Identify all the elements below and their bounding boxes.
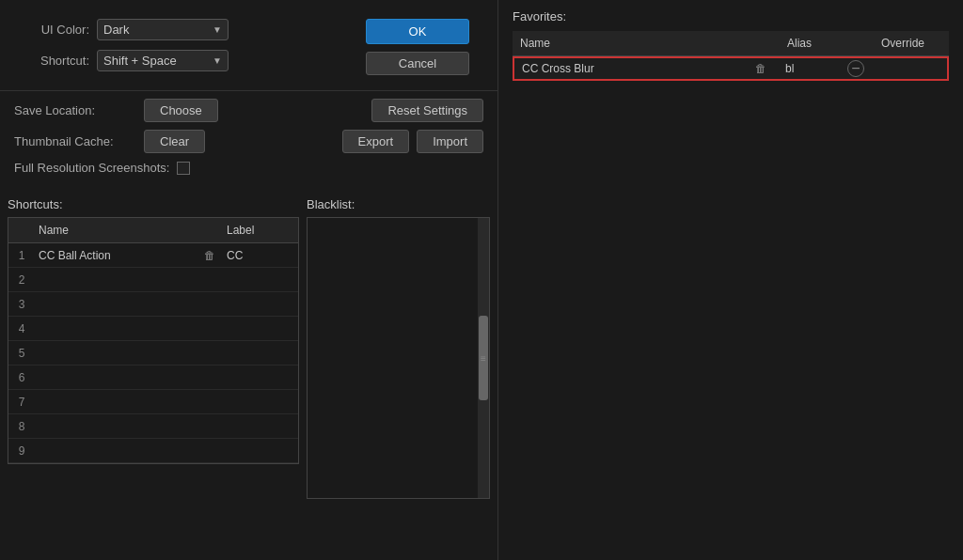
shortcuts-title: Shortcuts: <box>8 194 299 217</box>
row-name-8 <box>35 449 223 453</box>
row-name-2 <box>35 303 223 306</box>
row-label-3 <box>223 327 298 331</box>
shortcuts-panel: Shortcuts: Name Label 1 CC Ball Action 🗑… <box>8 194 299 552</box>
shortcuts-table-row[interactable]: 8 <box>8 414 298 439</box>
row-name-4 <box>35 351 223 355</box>
blacklist-scrollbar[interactable]: ≡ <box>478 218 489 498</box>
row-num-7: 8 <box>8 418 35 435</box>
row-label-2 <box>223 303 298 306</box>
left-panel: UI Color: Dark ▼ Shortcut: Shift + Space… <box>0 0 498 560</box>
minus-icon-0[interactable]: − <box>847 60 864 77</box>
shortcuts-table-row[interactable]: 6 <box>8 366 298 390</box>
fav-alias-col-header: Alias <box>780 35 874 52</box>
fav-delete-icon-0[interactable]: 🗑 <box>755 62 766 75</box>
row-label-8 <box>223 449 298 453</box>
full-resolution-checkbox[interactable] <box>177 162 190 175</box>
row-num-4: 5 <box>8 345 35 362</box>
row-num-8: 9 <box>8 443 35 459</box>
shortcuts-table-row[interactable]: 9 <box>8 439 298 463</box>
row-name-7 <box>35 425 223 428</box>
thumbnail-cache-row: Thumbnail Cache: Clear Export Import <box>14 130 483 153</box>
row-name-0: CC Ball Action 🗑 <box>35 247 223 264</box>
row-label-4 <box>223 351 298 355</box>
row-name-1 <box>35 278 223 282</box>
cancel-button[interactable]: Cancel <box>366 52 469 75</box>
shortcut-value: Shift + Space <box>103 54 177 68</box>
row-num-6: 7 <box>8 394 35 411</box>
shortcuts-table-row[interactable]: 4 <box>8 317 298 341</box>
row-label-7 <box>223 425 298 428</box>
scrollbar-thumb: ≡ <box>479 316 488 399</box>
full-resolution-row: Full Resolution Screenshots: <box>14 161 483 175</box>
shortcut-dropdown[interactable]: Shift + Space ▼ <box>97 50 229 71</box>
shortcuts-table-row[interactable]: 3 <box>8 292 298 317</box>
blacklist-title: Blacklist: <box>307 194 490 217</box>
fav-row-name-0: CC Cross Blur 🗑 <box>514 60 778 77</box>
row-label-6 <box>223 400 298 404</box>
settings-lower: Save Location: Choose Reset Settings Thu… <box>0 91 497 190</box>
reset-settings-button[interactable]: Reset Settings <box>371 99 483 122</box>
clear-button[interactable]: Clear <box>144 130 205 153</box>
main-container: UI Color: Dark ▼ Shortcut: Shift + Space… <box>0 0 963 560</box>
label-col-header: Label <box>223 222 298 239</box>
scrollbar-grip-icon: ≡ <box>481 352 486 363</box>
favorites-title: Favorites: <box>513 9 949 23</box>
save-location-row: Save Location: Choose Reset Settings <box>14 99 483 122</box>
fav-row-alias-0: bl − <box>778 58 872 79</box>
shortcut-row: Shortcut: Shift + Space ▼ <box>14 50 333 71</box>
blacklist-panel: Blacklist: ≡ <box>307 194 490 552</box>
row-name-3 <box>35 327 223 331</box>
shortcuts-table-row[interactable]: 1 CC Ball Action 🗑 CC <box>8 243 298 268</box>
row-name-5 <box>35 376 223 380</box>
ui-color-label: UI Color: <box>14 23 89 37</box>
save-location-label: Save Location: <box>14 103 136 117</box>
choose-button[interactable]: Choose <box>144 99 218 122</box>
row-num-2: 3 <box>8 296 35 313</box>
import-button[interactable]: Import <box>417 130 483 153</box>
ui-color-value: Dark <box>103 23 129 37</box>
thumbnail-cache-label: Thumbnail Cache: <box>14 134 136 148</box>
export-import-row: Export Import <box>342 130 483 153</box>
row-label-0: CC <box>223 247 298 264</box>
favorites-table-row[interactable]: CC Cross Blur 🗑 bl − <box>513 56 949 81</box>
settings-area: UI Color: Dark ▼ Shortcut: Shift + Space… <box>0 9 497 91</box>
fav-row-override-0 <box>872 67 947 70</box>
settings-right: OK Cancel <box>352 19 483 81</box>
favorites-header: Name Alias Override <box>513 31 949 56</box>
blacklist-table: ≡ <box>307 217 490 499</box>
settings-left: UI Color: Dark ▼ Shortcut: Shift + Space… <box>14 19 333 81</box>
fav-override-col-header: Override <box>874 35 949 52</box>
ui-color-dropdown[interactable]: Dark ▼ <box>97 19 229 40</box>
shortcuts-table-row[interactable]: 5 <box>8 341 298 366</box>
shortcuts-table: Name Label 1 CC Ball Action 🗑 CC 2 3 <box>8 217 299 464</box>
export-button[interactable]: Export <box>342 130 410 153</box>
shortcuts-table-row[interactable]: 2 <box>8 268 298 292</box>
row-num-3: 4 <box>8 320 35 337</box>
full-resolution-label: Full Resolution Screenshots: <box>14 161 169 175</box>
num-col-header <box>8 222 35 239</box>
row-num-0: 1 <box>8 247 35 264</box>
fav-name-col-header: Name <box>513 35 780 52</box>
row-label-1 <box>223 278 298 282</box>
shortcut-label: Shortcut: <box>14 54 89 68</box>
favorites-rows: CC Cross Blur 🗑 bl − <box>513 56 949 81</box>
row-num-1: 2 <box>8 272 35 288</box>
row-label-5 <box>223 376 298 380</box>
ok-button[interactable]: OK <box>366 19 469 44</box>
shortcuts-rows: 1 CC Ball Action 🗑 CC 2 3 4 <box>8 243 298 463</box>
shortcut-arrow-icon: ▼ <box>213 55 222 66</box>
right-panel: Favorites: Name Alias Override CC Cross … <box>498 0 963 560</box>
name-col-header: Name <box>35 222 223 239</box>
delete-icon-0[interactable]: 🗑 <box>204 249 215 262</box>
row-num-5: 6 <box>8 369 35 386</box>
row-name-6 <box>35 400 223 404</box>
shortcuts-header: Name Label <box>8 218 298 243</box>
ui-color-arrow-icon: ▼ <box>213 24 222 35</box>
ui-color-row: UI Color: Dark ▼ <box>14 19 333 40</box>
shortcuts-table-row[interactable]: 7 <box>8 390 298 414</box>
